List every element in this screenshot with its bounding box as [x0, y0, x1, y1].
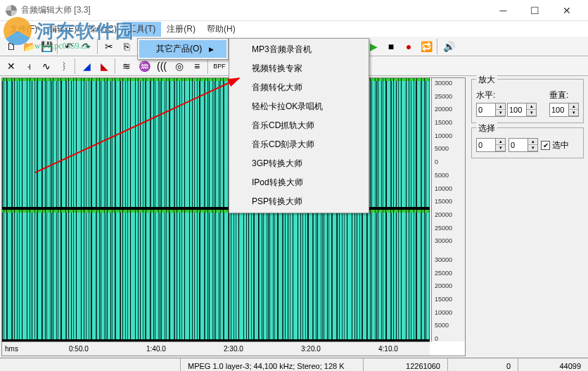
product-item[interactable]: 音频转化大师	[231, 78, 367, 97]
fx-btn-4[interactable]: ⧘	[56, 58, 72, 75]
product-item[interactable]: 音乐CD刻录大师	[231, 135, 367, 154]
submenu-arrow-icon: ▶	[209, 46, 214, 53]
submenu-label: 其它产品(O)	[156, 43, 202, 55]
zoom-group: 放大 水平: ▴▾ ▴▾ 垂直: ▴▾	[471, 79, 584, 123]
fx-btn-9[interactable]: (((	[153, 58, 170, 75]
sel-a-input[interactable]	[477, 141, 495, 149]
sel-end[interactable]: ▴▾	[509, 138, 538, 152]
maximize-button[interactable]: ☐	[519, 1, 551, 20]
status-empty	[0, 358, 180, 371]
watermark-text: 河东软件园	[37, 21, 135, 42]
product-item[interactable]: IPod转换大师	[231, 173, 367, 192]
fx-fadein-icon[interactable]: ◢	[78, 58, 95, 75]
v-pct-input[interactable]	[550, 106, 568, 114]
ruler-tick: 1:40.0	[146, 345, 166, 353]
ruler-tick: 4:10.0	[378, 345, 398, 353]
waveform-channel-right	[2, 210, 430, 339]
bpf-button[interactable]: BPF	[211, 58, 228, 75]
ruler-tick: 3:20.0	[301, 345, 321, 353]
sel-b-input[interactable]	[509, 141, 528, 149]
zoom-title: 放大	[476, 74, 497, 86]
product-item[interactable]: PSP转换大师	[231, 192, 367, 211]
submenu-other-products[interactable]: 其它产品(O) ▶	[139, 40, 226, 58]
sel-checkbox-wrap[interactable]: ✔ 选中	[541, 139, 569, 151]
app-icon	[6, 5, 17, 16]
v-label: 垂直:	[549, 90, 568, 100]
ruler-tick: 0:50.0	[69, 345, 89, 353]
watermark: 河东软件园 www.pc0359.cn	[4, 17, 135, 51]
fx-btn-7[interactable]: ≋	[118, 58, 135, 75]
menu-register[interactable]: 注册(R)	[161, 22, 201, 37]
watermark-logo-icon	[4, 17, 32, 45]
status-len: 44099	[518, 358, 588, 371]
close-button[interactable]: ✕	[551, 1, 582, 20]
statusbar: MPEG 1.0 layer-3; 44,100 kHz; Stereo; 12…	[0, 358, 588, 371]
amplitude-scale: 30000 25000 20000 15000 10000 5000 0 500…	[431, 78, 465, 341]
product-item[interactable]: 视频转换专家	[231, 59, 367, 78]
status-format: MPEG 1.0 layer-3; 44,100 kHz; Stereo; 12…	[180, 358, 363, 371]
stop-button[interactable]: ■	[383, 38, 400, 55]
fx-fadeout-icon[interactable]: ◣	[96, 58, 113, 75]
sel-chk-label: 选中	[552, 139, 569, 151]
product-item[interactable]: 3GP转换大师	[231, 154, 367, 173]
minimize-button[interactable]: ─	[487, 1, 519, 20]
selection-group: 选择 ▴▾ ▴▾ ✔ 选中	[471, 127, 584, 158]
h-pct-input[interactable]	[508, 106, 526, 114]
product-item[interactable]: MP3音频录音机	[231, 40, 367, 59]
sel-checkbox[interactable]: ✔	[541, 141, 550, 150]
product-item[interactable]: 音乐CD抓轨大师	[231, 116, 367, 135]
speaker-button[interactable]: 🔊	[440, 38, 457, 55]
side-panel: 放大 水平: ▴▾ ▴▾ 垂直: ▴▾ 选择	[467, 76, 588, 358]
ruler-unit: hms	[5, 345, 18, 353]
fx-btn-3[interactable]: ∿	[38, 58, 55, 75]
window-title: 音频编辑大师 [3.3]	[21, 4, 487, 16]
sel-start[interactable]: ▴▾	[476, 138, 506, 152]
h-zoom-pct[interactable]: ▴▾	[507, 103, 537, 117]
fx-btn-2[interactable]: ⫞	[20, 58, 37, 75]
fx-btn-11[interactable]: ≡	[188, 58, 205, 75]
h-zoom-offset[interactable]: ▴▾	[476, 103, 506, 117]
v-zoom-pct[interactable]: ▴▾	[549, 103, 579, 117]
h-val-input[interactable]	[477, 106, 495, 114]
selection-title: 选择	[476, 122, 497, 134]
ruler-tick: 2:30.0	[224, 345, 243, 353]
fx-btn-10[interactable]: ◎	[171, 58, 188, 75]
watermark-url: www.pc0359.cn	[34, 41, 135, 51]
status-pos: 12261060	[363, 358, 447, 371]
product-item[interactable]: 轻松卡拉OK录唱机	[231, 97, 367, 116]
fx-btn-8[interactable]: ♒	[136, 58, 153, 75]
record-button[interactable]: ●	[400, 38, 417, 55]
other-products-submenu: MP3音频录音机 视频转换专家 音频转化大师 轻松卡拉OK录唱机 音乐CD抓轨大…	[229, 38, 369, 213]
loop-button[interactable]: 🔁	[418, 38, 435, 55]
menu-help[interactable]: 帮助(H)	[201, 22, 241, 37]
fx-btn-1[interactable]: ✕	[3, 58, 20, 75]
time-ruler[interactable]: hms 0:50.0 1:40.0 2:30.0 3:20.0 4:10.0	[2, 341, 430, 356]
h-label: 水平:	[476, 90, 495, 100]
status-sel: 0	[447, 358, 518, 371]
tools-submenu: 其它产品(O) ▶	[137, 38, 229, 60]
